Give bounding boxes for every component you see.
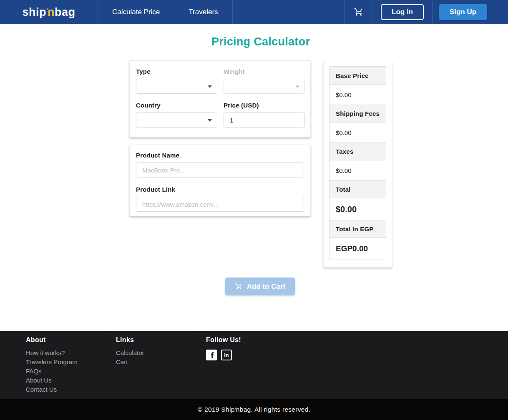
footer-link-calculator[interactable]: Calculator [116, 348, 200, 358]
cart-icon [235, 282, 243, 290]
footer-column-social: Follow Us! f in [200, 331, 508, 399]
footer-column-about: About How it works? Travelers Program FA… [0, 331, 109, 399]
footer-column-links: Links Calculator Cart [109, 331, 200, 399]
footer-heading-follow-us: Follow Us! [206, 336, 508, 344]
price-field: Price (USD) [224, 102, 305, 128]
weight-field: Weight [224, 68, 305, 94]
type-label: Type [136, 68, 217, 75]
facebook-icon[interactable]: f [206, 350, 217, 360]
footer: About How it works? Travelers Program FA… [0, 331, 508, 399]
page-title: Pricing Calculator [13, 35, 508, 48]
footer-link-travelers-program[interactable]: Travelers Program [26, 358, 109, 367]
product-link-input[interactable] [136, 197, 304, 212]
signup-button[interactable]: Sign Up [439, 4, 487, 20]
linkedin-icon[interactable]: in [221, 350, 232, 360]
navbar: ship'nbag Calculate Price Travelers Log … [0, 0, 508, 24]
total-header: Total [329, 180, 386, 198]
chevron-down-icon [208, 85, 212, 88]
nav-item-label: Travelers [189, 8, 218, 16]
page: ship'nbag Calculate Price Travelers Log … [0, 0, 508, 420]
footer-heading-links: Links [116, 336, 200, 344]
product-name-label: Product Name [136, 152, 304, 159]
login-button[interactable]: Log in [381, 4, 424, 20]
country-select[interactable] [136, 112, 217, 128]
copyright-text: © 2019 Ship'nbag. All rights reserved. [198, 406, 311, 413]
price-label: Price (USD) [224, 102, 305, 109]
weight-select[interactable] [224, 79, 305, 94]
weight-label: Weight [224, 68, 305, 75]
product-card: Product Name Product Link [129, 145, 311, 216]
navbar-spacer [233, 0, 345, 24]
nav-item-label: Calculate Price [112, 8, 160, 16]
nav-item-calculate-price[interactable]: Calculate Price [98, 0, 174, 24]
shopping-cart-icon [353, 7, 364, 18]
footer-link-cart[interactable]: Cart [116, 358, 200, 367]
login-zone: Log in [372, 0, 433, 24]
footer-link-faqs[interactable]: FAQs [26, 367, 109, 376]
footer-link-contact-us[interactable]: Contact Us [26, 385, 109, 394]
chevron-down-icon [208, 119, 212, 122]
total-egp-header: Total In EGP [329, 220, 386, 238]
chevron-down-icon [295, 85, 299, 88]
price-summary-table: Base Price $0.00 Shipping Fees $0.00 Tax… [329, 66, 386, 260]
shipping-fees-header: Shipping Fees [329, 105, 386, 122]
country-label: Country [136, 102, 217, 109]
footer-heading-about: About [26, 336, 109, 344]
price-input[interactable] [224, 112, 305, 128]
main-content: Pricing Calculator Type Weight Countr [0, 24, 508, 331]
logo-text: ship'nbag [22, 6, 75, 19]
footer-link-how-it-works[interactable]: How it works? [26, 348, 109, 358]
nav-item-travelers[interactable]: Travelers [174, 0, 232, 24]
pricing-options-card: Type Weight Country [129, 60, 311, 138]
add-to-cart-label: Add to Cart [247, 282, 286, 291]
product-link-label: Product Link [136, 186, 304, 193]
shipping-fees-value: $0.00 [329, 122, 386, 142]
total-value: $0.00 [329, 198, 386, 220]
footer-link-about-us[interactable]: About Us [26, 376, 109, 385]
taxes-value: $0.00 [329, 160, 386, 180]
base-price-header: Base Price [329, 67, 386, 84]
base-price-value: $0.00 [329, 84, 386, 105]
total-egp-value: EGP0.00 [329, 238, 386, 260]
social-icons-row: f in [206, 350, 508, 360]
add-to-cart-button[interactable]: Add to Cart [225, 278, 295, 295]
price-summary-panel: Base Price $0.00 Shipping Fees $0.00 Tax… [323, 61, 392, 268]
copyright-bar: © 2019 Ship'nbag. All rights reserved. [0, 399, 508, 420]
nav-cart-button[interactable] [345, 0, 372, 24]
logo[interactable]: ship'nbag [0, 0, 98, 24]
country-field: Country [136, 102, 217, 128]
taxes-header: Taxes [329, 142, 386, 160]
product-name-input[interactable] [136, 162, 304, 178]
signup-zone: Sign Up [433, 0, 508, 24]
type-field: Type [136, 68, 217, 94]
type-select[interactable] [136, 79, 217, 94]
